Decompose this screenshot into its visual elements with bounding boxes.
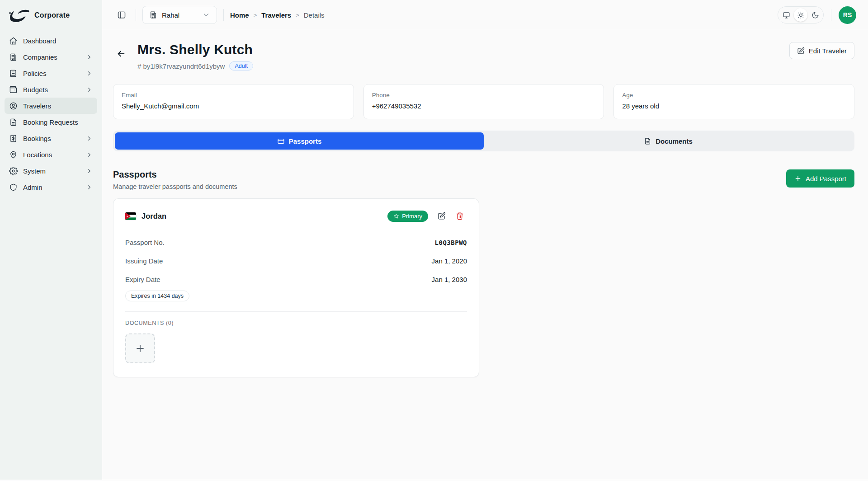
- breadcrumb-home[interactable]: Home: [230, 11, 249, 19]
- email-label: Email: [122, 92, 345, 99]
- breadcrumb-separator: >: [254, 12, 257, 19]
- tab-passports[interactable]: Passports: [115, 132, 484, 150]
- issuing-date-label: Issuing Date: [125, 257, 163, 265]
- shield-icon: [9, 183, 18, 192]
- divider: [223, 9, 224, 21]
- theme-switcher: [778, 6, 824, 23]
- monitor-icon: [783, 11, 790, 19]
- sidebar-item-label: Locations: [23, 151, 80, 159]
- chevron-down-icon: [202, 11, 210, 19]
- sidebar-item-locations[interactable]: Locations: [5, 146, 97, 163]
- sidebar-item-budgets[interactable]: Budgets: [5, 81, 97, 98]
- breadcrumb-travelers[interactable]: Travelers: [261, 11, 291, 19]
- map-pin-icon: [9, 150, 18, 159]
- divider: [125, 311, 467, 312]
- edit-passport-button[interactable]: [434, 209, 449, 223]
- user-avatar[interactable]: RS: [839, 6, 856, 24]
- jordan-flag-icon: [125, 212, 136, 220]
- primary-badge: Primary: [387, 211, 428, 222]
- main-area: Rahal Home > Travelers > Details: [102, 0, 868, 480]
- passport-card: Jordan Primary: [113, 198, 479, 377]
- sidebar-item-label: Admin: [23, 183, 80, 191]
- app-window: Corporate Dashboard Companies: [0, 0, 868, 480]
- plus-icon: [794, 175, 802, 182]
- chevron-right-icon: [86, 70, 93, 77]
- add-passport-button[interactable]: Add Passport: [786, 169, 854, 188]
- edit-pencil-icon: [797, 47, 805, 55]
- phone-value: +962749035532: [372, 102, 596, 110]
- brand-name: Corporate: [34, 11, 70, 19]
- passport-number-label: Passport No.: [125, 239, 165, 246]
- sidebar-toggle-button[interactable]: [114, 7, 129, 23]
- sidebar-item-label: System: [23, 167, 80, 175]
- sun-icon: [797, 11, 805, 19]
- building-icon: [9, 53, 18, 61]
- passport-card-header: Jordan Primary: [125, 209, 467, 223]
- receipt-icon: [9, 134, 18, 143]
- chevron-right-icon: [86, 151, 93, 158]
- traveler-details-page: Mrs. Shelly Kutch # by1l9k7rvazyundrt6d1…: [102, 30, 868, 480]
- divider: [831, 9, 831, 21]
- organization-selector[interactable]: Rahal: [142, 6, 217, 24]
- delete-passport-button[interactable]: [453, 209, 467, 223]
- divider: [136, 9, 136, 21]
- age-value: 28 years old: [622, 102, 846, 110]
- gear-icon: [9, 167, 18, 175]
- building-icon: [149, 11, 157, 19]
- arrow-left-icon: [116, 49, 126, 59]
- expiry-date-value: Jan 1, 2030: [432, 276, 467, 283]
- traveler-id: # by1l9k7rvazyundrt6d1ybyw: [137, 62, 225, 70]
- passport-country: Jordan: [142, 212, 387, 221]
- sidebar-item-companies[interactable]: Companies: [5, 49, 97, 65]
- tab-passports-label: Passports: [289, 137, 322, 145]
- brand: Corporate: [5, 8, 97, 33]
- passport-number-row: Passport No. L0Q3BPWQ: [125, 235, 467, 250]
- sidebar-item-label: Policies: [23, 70, 80, 77]
- wallet-icon: [9, 85, 18, 94]
- back-button[interactable]: [113, 46, 129, 62]
- breadcrumb: Home > Travelers > Details: [230, 11, 325, 19]
- sidebar-item-label: Budgets: [23, 86, 80, 94]
- sidebar-item-system[interactable]: System: [5, 163, 97, 179]
- passports-section-header: Passports Manage traveler passports and …: [113, 169, 854, 190]
- rahal-logo: [7, 8, 31, 23]
- topbar-right: RS: [778, 6, 856, 24]
- theme-light-button[interactable]: [794, 8, 807, 22]
- file-text-icon: [9, 118, 18, 127]
- tab-documents[interactable]: Documents: [484, 132, 853, 150]
- theme-system-button[interactable]: [779, 8, 793, 22]
- edit-pencil-icon: [438, 212, 446, 220]
- sidebar-item-label: Booking Requests: [23, 118, 93, 126]
- tab-documents-label: Documents: [656, 137, 693, 145]
- chevron-right-icon: [86, 184, 93, 191]
- edit-traveler-button[interactable]: Edit Traveler: [789, 42, 854, 59]
- traveler-type-badge: Adult: [229, 61, 253, 70]
- sidebar-item-label: Companies: [23, 53, 80, 61]
- sidebar-item-booking-requests[interactable]: Booking Requests: [5, 114, 97, 130]
- user-circle-icon: [9, 102, 18, 110]
- home-icon: [9, 37, 18, 45]
- topbar: Rahal Home > Travelers > Details: [102, 0, 868, 30]
- sidebar-item-label: Bookings: [23, 135, 80, 142]
- chevron-right-icon: [86, 54, 93, 61]
- page-header: Mrs. Shelly Kutch # by1l9k7rvazyundrt6d1…: [113, 42, 854, 70]
- passports-section-title: Passports: [113, 169, 237, 180]
- sidebar-item-label: Travelers: [23, 102, 93, 110]
- passports-section-subtitle: Manage traveler passports and documents: [113, 183, 237, 190]
- sidebar-item-admin[interactable]: Admin: [5, 179, 97, 195]
- add-document-dropzone[interactable]: [125, 333, 155, 363]
- sidebar-nav: Dashboard Companies Policies: [5, 33, 97, 195]
- passport-details: Passport No. L0Q3BPWQ Issuing Date Jan 1…: [125, 235, 467, 301]
- sidebar-item-dashboard[interactable]: Dashboard: [5, 33, 97, 49]
- info-cards: Email Shelly_Kutch@gmail.com Phone +9627…: [113, 84, 854, 119]
- add-passport-label: Add Passport: [806, 175, 846, 183]
- sidebar-item-bookings[interactable]: Bookings: [5, 130, 97, 146]
- trash-icon: [456, 212, 464, 220]
- sidebar-item-policies[interactable]: Policies: [5, 65, 97, 81]
- phone-label: Phone: [372, 92, 596, 99]
- documents-count-label: DOCUMENTS (0): [125, 320, 467, 326]
- breadcrumb-details: Details: [304, 11, 325, 19]
- star-icon: [393, 213, 399, 219]
- theme-dark-button[interactable]: [808, 8, 822, 22]
- sidebar-item-travelers[interactable]: Travelers: [5, 98, 97, 114]
